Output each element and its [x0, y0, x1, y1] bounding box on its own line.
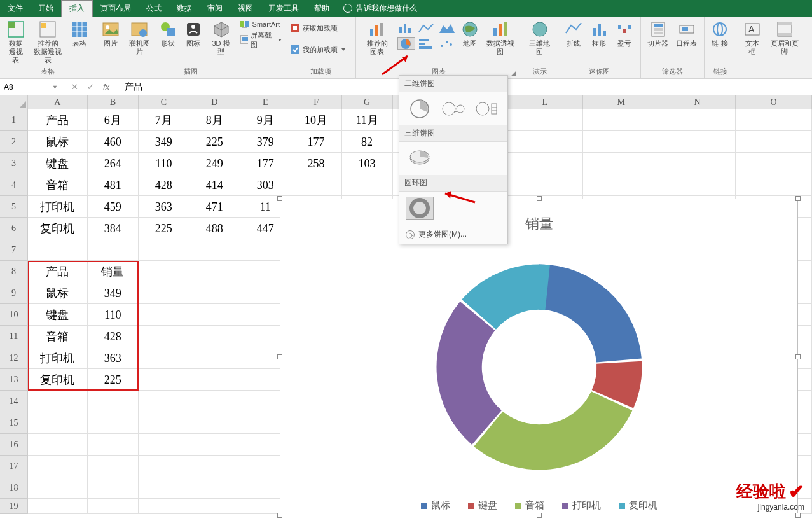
cell[interactable]: 复印机 [28, 218, 88, 239]
cell[interactable] [139, 456, 189, 477]
recommended-pivot-button[interactable]: 推荐的 数据透视表 [31, 19, 65, 66]
col-header[interactable]: E [240, 95, 291, 109]
row-header[interactable]: 12 [0, 347, 28, 369]
chart-area-icon[interactable] [438, 22, 456, 34]
chart-object[interactable]: 销量 鼠标键盘音箱打印机复印机 [280, 199, 798, 515]
legend-item[interactable]: 音箱 [515, 499, 544, 512]
cell[interactable]: 428 [139, 174, 189, 196]
tell-me[interactable]: 告诉我你想做什么 [337, 0, 423, 17]
col-header[interactable]: G [342, 95, 393, 109]
cell[interactable] [583, 153, 659, 174]
cell[interactable] [139, 239, 189, 261]
my-addins-button[interactable]: 我的加载项 [290, 45, 345, 55]
timeline-button[interactable]: 日程表 [673, 19, 699, 49]
cell[interactable] [88, 499, 139, 514]
row-header[interactable]: 13 [0, 369, 28, 391]
chart-pie-icon[interactable] [397, 37, 415, 50]
cell[interactable]: 打印机 [28, 196, 88, 218]
cell[interactable] [28, 456, 88, 477]
cell[interactable]: 384 [88, 218, 139, 239]
col-header[interactable]: A [28, 95, 88, 109]
cell[interactable] [189, 347, 240, 369]
tab-review[interactable]: 审阅 [200, 0, 230, 17]
cell[interactable] [88, 456, 139, 477]
col-header[interactable]: C [139, 95, 189, 109]
cell[interactable] [583, 109, 659, 131]
3d-map-button[interactable]: 三维地 图 [525, 19, 554, 57]
resize-handle[interactable] [277, 513, 282, 518]
col-header[interactable]: F [291, 95, 342, 109]
cell[interactable] [583, 174, 659, 196]
cell[interactable] [736, 131, 812, 153]
resize-handle[interactable] [277, 196, 282, 201]
tab-insert[interactable]: 插入 [61, 0, 93, 17]
cell[interactable]: 258 [291, 153, 342, 174]
cell[interactable]: 110 [88, 304, 139, 326]
cell[interactable]: 363 [88, 347, 139, 369]
accept-formula-icon[interactable]: ✓ [87, 82, 94, 92]
cell[interactable] [139, 499, 189, 514]
cell[interactable] [507, 109, 583, 131]
cell[interactable]: 264 [88, 153, 139, 174]
select-all-corner[interactable] [0, 95, 28, 109]
tab-data[interactable]: 数据 [169, 0, 200, 17]
pivot-chart-button[interactable]: 数据透视图 [484, 19, 517, 57]
cell[interactable] [88, 239, 139, 261]
map-chart-button[interactable]: 地图 [458, 19, 481, 49]
cell[interactable]: 8月 [189, 109, 240, 131]
chart-column-icon[interactable] [397, 22, 415, 34]
cell[interactable] [28, 477, 88, 499]
resize-handle[interactable] [277, 354, 282, 359]
cell[interactable] [28, 412, 88, 434]
cell[interactable]: 音箱 [28, 326, 88, 347]
row-header[interactable]: 6 [0, 218, 28, 239]
tab-help[interactable]: 帮助 [306, 0, 337, 17]
cell[interactable] [189, 477, 240, 499]
row-header[interactable]: 5 [0, 196, 28, 218]
col-header[interactable]: D [189, 95, 240, 109]
cell[interactable]: 303 [240, 174, 291, 196]
pie-2d-icon[interactable] [406, 97, 433, 120]
slicer-button[interactable]: 切片器 [645, 19, 671, 49]
sparkline-winloss-button[interactable]: 盈亏 [613, 19, 636, 49]
cell[interactable]: 打印机 [28, 347, 88, 369]
cell[interactable]: 177 [291, 131, 342, 153]
chart-title[interactable]: 销量 [280, 199, 797, 234]
chart-segment[interactable] [539, 265, 642, 363]
cell[interactable]: 225 [189, 131, 240, 153]
row-header[interactable]: 17 [0, 456, 28, 477]
sparkline-line-button[interactable]: 折线 [562, 19, 585, 49]
bar-of-pie-icon[interactable] [474, 97, 501, 120]
cell[interactable] [139, 412, 189, 434]
col-header[interactable]: O [736, 95, 812, 109]
pie-of-pie-icon[interactable] [439, 97, 467, 120]
cell[interactable] [88, 391, 139, 412]
cell[interactable] [139, 261, 189, 282]
cell[interactable]: 鼠标 [28, 282, 88, 304]
header-footer-button[interactable]: 页眉和页脚 [766, 19, 802, 57]
row-header[interactable]: 16 [0, 434, 28, 456]
cell[interactable]: 225 [139, 218, 189, 239]
cell[interactable]: 349 [88, 282, 139, 304]
cell[interactable]: 428 [88, 326, 139, 347]
cell[interactable]: 225 [88, 369, 139, 391]
cell[interactable] [88, 477, 139, 499]
cell[interactable] [189, 326, 240, 347]
row-header[interactable]: 7 [0, 239, 28, 261]
cell[interactable]: 10月 [291, 109, 342, 131]
cell[interactable] [28, 434, 88, 456]
pictures-button[interactable]: 图片 [99, 19, 122, 49]
row-header[interactable]: 15 [0, 412, 28, 434]
doughnut-icon[interactable] [406, 197, 434, 220]
col-header[interactable]: N [659, 95, 736, 109]
cell[interactable]: 488 [189, 218, 240, 239]
cell[interactable] [189, 261, 240, 282]
resize-handle[interactable] [795, 196, 801, 201]
legend-item[interactable]: 复印机 [619, 499, 657, 512]
tab-formula[interactable]: 公式 [139, 0, 169, 17]
cell[interactable] [139, 326, 189, 347]
cell[interactable]: 鼠标 [28, 131, 88, 153]
resize-handle[interactable] [537, 196, 542, 201]
row-header[interactable]: 8 [0, 261, 28, 282]
cell[interactable]: 349 [139, 131, 189, 153]
